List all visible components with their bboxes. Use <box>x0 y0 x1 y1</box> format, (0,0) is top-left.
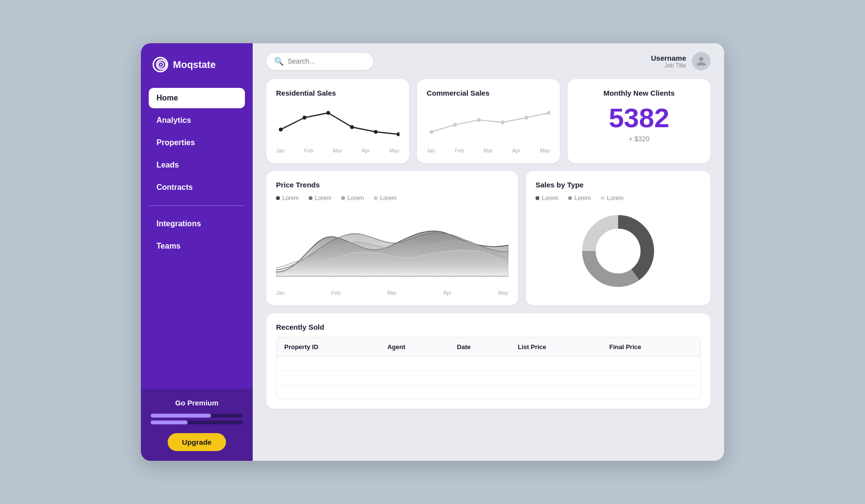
sidebar-item-contracts[interactable]: Contracts <box>149 177 245 198</box>
search-icon: 🔍 <box>274 57 284 66</box>
svg-point-0 <box>279 128 283 132</box>
recently-sold-table: Property ID Agent Date List Price Final … <box>277 337 700 399</box>
clients-change: + $320 <box>577 135 701 143</box>
table-row <box>277 371 700 385</box>
col-date: Date <box>449 337 510 357</box>
search-bar[interactable]: 🔍 <box>266 53 373 70</box>
sales-by-type-card: Sales by Type Lorem Lorem Lorem <box>526 171 710 305</box>
header: 🔍 Username Job Title <box>253 43 724 79</box>
recently-sold-card: Recently Sold Property ID Agent Date Lis… <box>266 313 710 409</box>
search-input[interactable] <box>288 57 365 65</box>
sidebar-item-analytics[interactable]: Analytics <box>149 110 245 131</box>
svg-point-2 <box>327 111 330 115</box>
svg-point-15 <box>596 229 640 273</box>
logo-icon: ⊙ <box>153 57 168 72</box>
middle-cards: Price Trends Lorem Lorem Lorem Lorem <box>266 171 710 305</box>
residential-sales-chart <box>276 103 399 142</box>
logo-text: Moqstate <box>173 59 216 70</box>
sidebar-item-integrations[interactable]: Integrations <box>149 214 245 234</box>
job-title: Job Title <box>651 62 686 69</box>
app-container: ⊙ Moqstate Home Analytics Properties Lea… <box>141 43 724 461</box>
nav-divider <box>149 205 245 206</box>
col-property-id: Property ID <box>277 337 380 357</box>
monthly-new-clients-title: Monthly New Clients <box>577 89 701 97</box>
residential-sales-title: Residential Sales <box>276 89 399 97</box>
recently-sold-table-wrap: Property ID Agent Date List Price Final … <box>276 337 701 399</box>
price-trends-legend: Lorem Lorem Lorem Lorem <box>276 195 508 202</box>
residential-sales-labels: Jan Feb Mar Apr May <box>276 148 399 153</box>
avatar[interactable] <box>692 52 710 70</box>
top-cards: Residential Sales Jan Feb Mar <box>266 79 710 163</box>
donut-chart-wrap <box>536 206 701 296</box>
svg-point-6 <box>430 130 433 134</box>
sidebar-nav: Home Analytics Properties Leads Contract… <box>141 84 253 389</box>
donut-chart <box>579 212 657 290</box>
price-trends-card: Price Trends Lorem Lorem Lorem Lorem <box>266 171 518 305</box>
price-trends-chart <box>276 206 508 284</box>
logo[interactable]: ⊙ Moqstate <box>141 43 253 84</box>
col-agent: Agent <box>380 337 449 357</box>
svg-point-1 <box>303 116 307 119</box>
svg-point-5 <box>397 133 399 136</box>
table-header-row: Property ID Agent Date List Price Final … <box>277 337 700 357</box>
table-row <box>277 385 700 399</box>
upgrade-button[interactable]: Upgrade <box>168 433 226 451</box>
svg-point-10 <box>524 116 528 119</box>
svg-point-3 <box>350 125 354 129</box>
svg-point-8 <box>477 118 481 122</box>
clients-number: 5382 <box>577 103 701 133</box>
svg-point-4 <box>374 130 378 134</box>
sidebar: ⊙ Moqstate Home Analytics Properties Lea… <box>141 43 253 461</box>
sidebar-item-leads[interactable]: Leads <box>149 155 245 175</box>
commercial-sales-title: Commercial Sales <box>427 89 550 97</box>
svg-point-9 <box>501 120 504 124</box>
commercial-sales-labels: Jan Feb Mar Apr May <box>427 148 550 153</box>
user-info: Username Job Title <box>651 52 710 70</box>
sales-by-type-legend: Lorem Lorem Lorem <box>536 195 701 202</box>
sidebar-footer: Go Premium Upgrade <box>141 389 253 461</box>
price-trends-labels: Jan Feb Mar Apr May <box>276 290 508 296</box>
main-content: 🔍 Username Job Title Residential Sales <box>253 43 724 461</box>
price-trends-title: Price Trends <box>276 181 508 189</box>
dashboard: Residential Sales Jan Feb Mar <box>253 79 724 461</box>
col-final-price: Final Price <box>602 337 700 357</box>
username: Username <box>651 54 686 62</box>
svg-point-11 <box>547 111 550 115</box>
progress-bar-1 <box>151 414 243 424</box>
commercial-sales-chart <box>427 103 550 142</box>
user-text: Username Job Title <box>651 54 686 69</box>
col-list-price: List Price <box>510 337 602 357</box>
recently-sold-title: Recently Sold <box>276 323 701 331</box>
residential-sales-card: Residential Sales Jan Feb Mar <box>266 79 409 163</box>
sidebar-item-teams[interactable]: Teams <box>149 236 245 256</box>
commercial-sales-card: Commercial Sales Jan Feb Mar <box>417 79 560 163</box>
svg-point-7 <box>453 123 457 127</box>
sidebar-item-properties[interactable]: Properties <box>149 133 245 153</box>
footer-title: Go Premium <box>151 399 243 407</box>
table-row <box>277 357 700 371</box>
sidebar-item-home[interactable]: Home <box>149 88 245 108</box>
sales-by-type-title: Sales by Type <box>536 181 701 189</box>
monthly-new-clients-card: Monthly New Clients 5382 + $320 <box>568 79 710 163</box>
